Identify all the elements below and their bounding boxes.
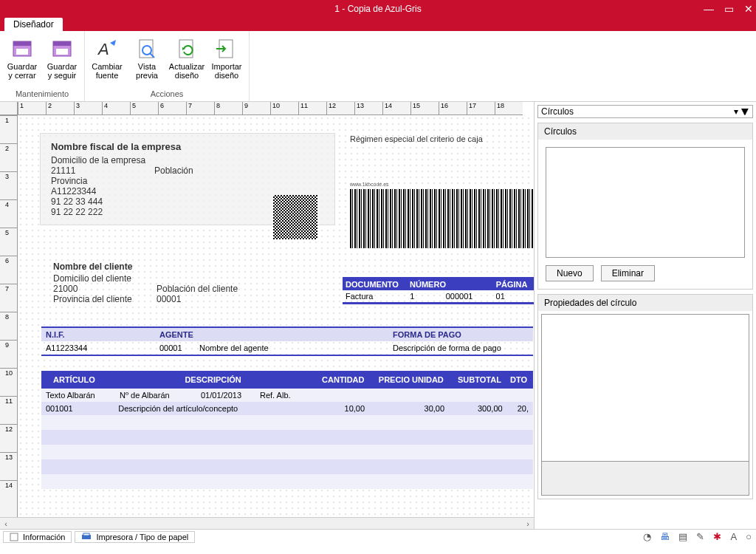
ribbon-group-label: Acciones — [89, 88, 244, 100]
properties-footer — [541, 462, 749, 496]
client-name: Nombre del cliente — [53, 261, 238, 272]
design-canvas[interactable]: Nombre fiscal de la empresa Domicilio de… — [18, 115, 534, 517]
client-address: Domicilio del cliente — [53, 273, 238, 284]
client-zip: 21000 — [53, 284, 157, 294]
tab-designer[interactable]: Diseñador — [4, 18, 63, 31]
change-font-button[interactable]: A Cambiar fuente — [89, 34, 125, 88]
maximize-icon[interactable]: ▭ — [724, 3, 734, 15]
svg-rect-4 — [53, 41, 71, 46]
qr-code[interactable] — [273, 195, 317, 239]
preview-button[interactable]: Vista previa — [129, 34, 165, 88]
document-info[interactable]: DOCUMENTO NÚMERO PÁGINA Factura 1 000001… — [343, 277, 534, 304]
tool-icon[interactable]: ▤ — [678, 531, 687, 542]
statusbar: Información Impresora / Tipo de papel ◔ … — [0, 529, 756, 544]
client-city: Población del cliente — [157, 284, 238, 294]
chevron-down-icon: ▾ ⯆ — [734, 106, 749, 117]
section-title-properties: Propiedades del círculo — [538, 295, 752, 311]
barcode-label: www.1kbcode.es — [350, 182, 389, 187]
svg-rect-2 — [16, 49, 28, 55]
printer-icon — [81, 533, 92, 541]
ribbon-group-label: Mantenimiento — [4, 88, 80, 100]
properties-grid[interactable] — [541, 314, 749, 462]
horizontal-scrollbar[interactable]: ‹ › — [0, 517, 534, 529]
scroll-left-icon[interactable]: ‹ — [0, 519, 12, 528]
delete-button[interactable]: Eliminar — [601, 265, 655, 281]
preview-icon — [135, 37, 159, 61]
svg-rect-14 — [83, 533, 89, 536]
client-block[interactable]: Nombre del cliente Domicilio del cliente… — [53, 261, 238, 304]
items-table[interactable]: ARTÍCULO DESCRIPCIÓN CANTIDAD PRECIO UNI… — [41, 371, 533, 489]
section-title-circles: Círculos — [538, 123, 752, 140]
side-panel: Círculos ▾ ⯆ Círculos Nuevo Eliminar Pro… — [535, 102, 756, 529]
panel-selector-dropdown[interactable]: Círculos ▾ ⯆ — [537, 105, 753, 118]
status-printer-button[interactable]: Impresora / Tipo de papel — [75, 531, 195, 543]
company-zip: 21111 — [51, 165, 154, 176]
company-address: Domicilio de la empresa — [51, 155, 324, 165]
vertical-ruler: 1234567891011121314 — [0, 115, 18, 517]
svg-rect-5 — [56, 49, 68, 55]
barcode[interactable] — [350, 189, 534, 248]
save-close-button[interactable]: Guardar y cerrar — [4, 34, 40, 88]
tool-icon[interactable]: A — [730, 531, 737, 542]
company-city: Población — [154, 165, 193, 176]
save-close-icon — [10, 37, 34, 61]
status-info-button[interactable]: Información — [3, 531, 72, 543]
regimen-label[interactable]: Régimen especial del criterio de caja — [350, 134, 483, 143]
import-design-icon — [215, 37, 238, 61]
svg-rect-12 — [10, 533, 18, 541]
svg-rect-1 — [13, 41, 31, 46]
svg-text:A: A — [97, 40, 109, 58]
company-name: Nombre fiscal de la empresa — [51, 141, 324, 152]
save-continue-icon — [50, 37, 74, 61]
ribbon-tabstrip: Diseñador — [0, 18, 756, 31]
tool-icon[interactable]: 🖶 — [660, 531, 670, 542]
tool-icon[interactable]: ◔ — [643, 531, 651, 542]
ribbon: Guardar y cerrar Guardar y seguir Manten… — [0, 31, 756, 102]
new-button[interactable]: Nuevo — [546, 265, 594, 281]
company-province: Provincia — [51, 176, 324, 186]
design-pane: 123456789101112131415161718 123456789101… — [0, 102, 535, 529]
update-design-icon — [175, 37, 199, 61]
import-design-button[interactable]: Importar diseño — [209, 34, 244, 88]
minimize-icon[interactable]: — — [704, 3, 714, 15]
window-controls: — ▭ ✕ — [704, 0, 753, 18]
client-code: 00001 — [157, 294, 181, 304]
client-province: Provincia del cliente — [53, 294, 157, 304]
window-title: 1 - Copia de Azul-Gris — [334, 4, 421, 14]
update-design-button[interactable]: Actualizar diseño — [169, 34, 205, 88]
circles-listbox[interactable] — [546, 147, 745, 258]
tool-icon[interactable]: ○ — [746, 531, 752, 542]
close-icon[interactable]: ✕ — [744, 3, 753, 15]
titlebar: 1 - Copia de Azul-Gris — ▭ ✕ — [0, 0, 756, 18]
save-continue-button[interactable]: Guardar y seguir — [44, 34, 80, 88]
tool-icon[interactable]: ✎ — [696, 531, 704, 542]
nif-bar[interactable]: N.I.F. AGENTE FORMA DE PAGO A11223344 00… — [41, 326, 533, 356]
info-icon — [10, 533, 18, 541]
font-icon: A — [95, 37, 119, 61]
horizontal-ruler: 123456789101112131415161718 — [18, 102, 523, 115]
ruler-corner — [0, 102, 18, 115]
scroll-right-icon[interactable]: › — [522, 519, 534, 528]
tool-icon[interactable]: ✱ — [713, 531, 721, 542]
